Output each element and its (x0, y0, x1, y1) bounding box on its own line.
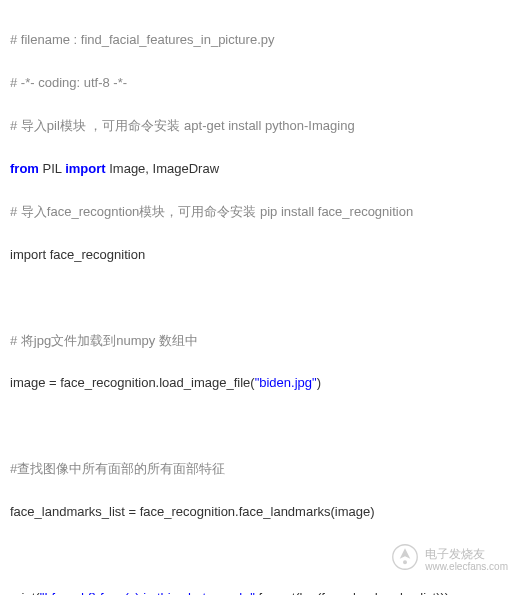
string-literal: "biden.jpg" (255, 375, 317, 390)
code-line: print("I found {} face(s) in this photog… (10, 587, 510, 595)
code-text: .format(len(face_landmarks_list))) (255, 590, 449, 595)
code-text: import face_recognition (10, 247, 145, 262)
code-line: # 导入face_recogntion模块，可用命令安装 pip install… (10, 201, 510, 222)
svg-point-1 (404, 561, 407, 564)
code-text: PIL (39, 161, 65, 176)
blank-line (10, 287, 510, 308)
watermark: 电子发烧友 www.elecfans.com (391, 543, 508, 577)
code-text: Image, ImageDraw (106, 161, 219, 176)
code-text: image = face_recognition.load_image_file… (10, 375, 255, 390)
comment-text: # 将jpg文件加载到numpy 数组中 (10, 333, 198, 348)
logo-icon (391, 543, 419, 577)
code-line: #查找图像中所有面部的所有面部特征 (10, 458, 510, 479)
comment-text: # 导入face_recogntion模块，可用命令安装 pip install… (10, 204, 413, 219)
code-line: # -*- coding: utf-8 -*- (10, 72, 510, 93)
watermark-cn: 电子发烧友 (425, 547, 508, 561)
comment-text: #查找图像中所有面部的所有面部特征 (10, 461, 225, 476)
code-line: face_landmarks_list = face_recognition.f… (10, 501, 510, 522)
code-line: import face_recognition (10, 244, 510, 265)
code-block: # filename : find_facial_features_in_pic… (10, 8, 510, 595)
keyword-from: from (10, 161, 39, 176)
code-line: from PIL import Image, ImageDraw (10, 158, 510, 179)
string-literal: "I found {} face(s) in this photograph." (40, 590, 255, 595)
code-line: # 导入pil模块 ，可用命令安装 apt-get install python… (10, 115, 510, 136)
comment-text: # -*- coding: utf-8 -*- (10, 75, 127, 90)
code-text: face_landmarks_list = face_recognition.f… (10, 504, 375, 519)
code-line: # filename : find_facial_features_in_pic… (10, 29, 510, 50)
code-line: # 将jpg文件加载到numpy 数组中 (10, 330, 510, 351)
watermark-text: 电子发烧友 www.elecfans.com (425, 547, 508, 573)
code-text: print( (10, 590, 40, 595)
code-line: image = face_recognition.load_image_file… (10, 372, 510, 393)
comment-text: # filename : find_facial_features_in_pic… (10, 32, 275, 47)
comment-text: # 导入pil模块 ，可用命令安装 apt-get install python… (10, 118, 355, 133)
keyword-import: import (65, 161, 105, 176)
watermark-en: www.elecfans.com (425, 561, 508, 573)
blank-line (10, 415, 510, 436)
code-text: ) (317, 375, 321, 390)
